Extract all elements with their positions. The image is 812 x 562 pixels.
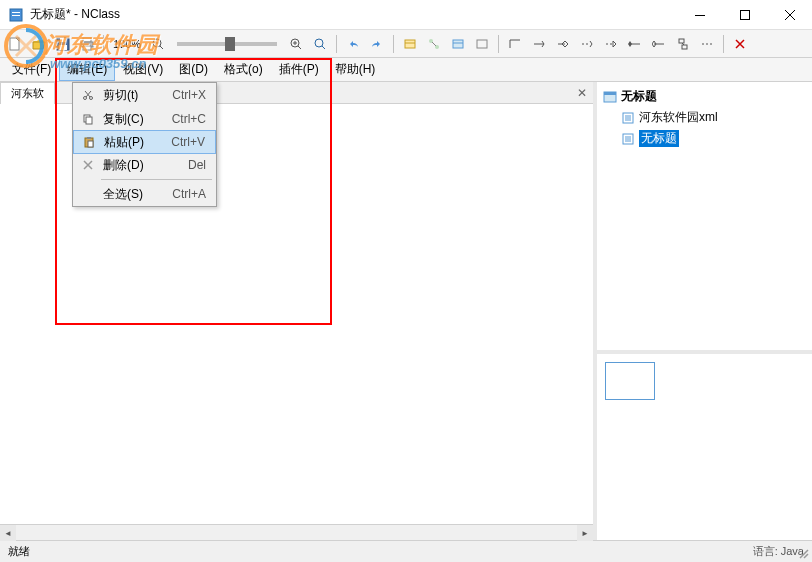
menu-delete-shortcut: Del — [188, 158, 212, 172]
redo-button[interactable] — [366, 33, 388, 55]
tree-item-label: 河东软件园xml — [639, 109, 718, 126]
menu-select-all[interactable]: 全选(S) Ctrl+A — [73, 182, 216, 206]
menu-cut-label: 剪切(t) — [99, 87, 172, 104]
minimize-button[interactable] — [677, 0, 722, 30]
tree-item[interactable]: 河东软件园xml — [619, 107, 808, 128]
menu-format[interactable]: 格式(o) — [216, 58, 271, 81]
tree-root[interactable]: 无标题 — [601, 86, 808, 107]
zoom-in-button[interactable] — [285, 33, 307, 55]
connector-button-6[interactable] — [624, 33, 646, 55]
menu-copy-label: 复制(C) — [99, 111, 172, 128]
status-text: 就绪 — [8, 544, 753, 559]
window-controls — [677, 0, 812, 30]
project-tree-panel: 无标题 河东软件园xml 无标题 — [597, 82, 812, 354]
resize-grip[interactable] — [794, 544, 810, 560]
connector-button-8[interactable] — [672, 33, 694, 55]
menu-select-all-label: 全选(S) — [99, 186, 172, 203]
diagram-icon — [621, 111, 635, 125]
connector-button-2[interactable] — [528, 33, 550, 55]
project-icon — [603, 90, 617, 104]
delete-tool-button[interactable] — [729, 33, 751, 55]
svg-rect-20 — [679, 39, 684, 43]
right-panel: 无标题 河东软件园xml 无标题 — [597, 82, 812, 540]
menu-delete[interactable]: 删除(D) Del — [73, 153, 216, 177]
watermark-url: www.pc0359.cn — [50, 56, 146, 71]
svg-rect-4 — [740, 11, 749, 20]
scroll-right-button[interactable]: ► — [577, 525, 593, 541]
connector-button-7[interactable] — [648, 33, 670, 55]
scroll-left-button[interactable]: ◄ — [0, 525, 16, 541]
menu-cut-shortcut: Ctrl+X — [172, 88, 212, 102]
toolbar-separator — [336, 35, 337, 53]
svg-rect-23 — [604, 92, 616, 95]
menu-paste-shortcut: Ctrl+V — [171, 135, 211, 149]
toolbar-separator — [723, 35, 724, 53]
scroll-track[interactable] — [16, 525, 577, 540]
svg-rect-31 — [87, 137, 91, 139]
menu-select-all-shortcut: Ctrl+A — [172, 187, 212, 201]
copy-icon — [77, 113, 99, 125]
edit-context-menu: 剪切(t) Ctrl+X 复制(C) Ctrl+C 粘贴(P) Ctrl+V 删… — [72, 82, 217, 207]
svg-rect-1 — [12, 12, 20, 13]
menu-help[interactable]: 帮助(H) — [327, 58, 384, 81]
svg-rect-32 — [88, 141, 93, 147]
note-tool-button[interactable] — [696, 33, 718, 55]
titlebar: 无标题* - NClass — [0, 0, 812, 30]
maximize-button[interactable] — [722, 0, 767, 30]
toolbar-separator — [393, 35, 394, 53]
undo-button[interactable] — [342, 33, 364, 55]
connector-button-4[interactable] — [576, 33, 598, 55]
class-tool-button[interactable] — [399, 33, 421, 55]
app-icon — [8, 7, 24, 23]
window-title: 无标题* - NClass — [30, 6, 120, 23]
menu-paste-label: 粘贴(P) — [100, 134, 171, 151]
connector-button-5[interactable] — [600, 33, 622, 55]
toolbar-separator — [498, 35, 499, 53]
watermark-logo — [2, 22, 50, 70]
menu-diagram[interactable]: 图(D) — [171, 58, 216, 81]
svg-rect-29 — [86, 117, 92, 124]
svg-point-14 — [315, 39, 323, 47]
relation-tool-button[interactable] — [423, 33, 445, 55]
tree-root-label: 无标题 — [621, 88, 657, 105]
svg-rect-3 — [695, 15, 705, 16]
tab-label: 河东软 — [11, 86, 44, 101]
menu-copy-shortcut: Ctrl+C — [172, 112, 212, 126]
connector-button-3[interactable] — [552, 33, 574, 55]
tree-item[interactable]: 无标题 — [619, 128, 808, 149]
delete-icon — [77, 159, 99, 171]
cut-icon — [77, 89, 99, 101]
diagram-icon — [621, 132, 635, 146]
connector-button-1[interactable] — [504, 33, 526, 55]
svg-rect-2 — [12, 15, 20, 16]
menu-delete-label: 删除(D) — [99, 157, 188, 174]
zoom-slider[interactable] — [177, 42, 277, 46]
svg-rect-21 — [682, 45, 687, 49]
paste-icon — [78, 136, 100, 148]
menu-copy[interactable]: 复制(C) Ctrl+C — [73, 107, 216, 131]
interface-tool-button[interactable] — [447, 33, 469, 55]
preview-panel — [597, 354, 812, 540]
tab-close-button[interactable]: ✕ — [575, 86, 589, 100]
zoom-fit-button[interactable] — [309, 33, 331, 55]
svg-rect-18 — [453, 40, 463, 48]
preview-thumbnail[interactable] — [605, 362, 655, 400]
document-tab[interactable]: 河东软 — [0, 82, 55, 104]
menu-cut[interactable]: 剪切(t) Ctrl+X — [73, 83, 216, 107]
tree-item-label: 无标题 — [639, 130, 679, 147]
svg-rect-15 — [405, 40, 415, 48]
menu-plugin[interactable]: 插件(P) — [271, 58, 327, 81]
svg-rect-19 — [477, 40, 487, 48]
horizontal-scrollbar[interactable]: ◄ ► — [0, 524, 593, 540]
menu-separator — [101, 179, 212, 180]
statusbar: 就绪 语言: Java — [0, 540, 812, 562]
box-tool-button[interactable] — [471, 33, 493, 55]
close-button[interactable] — [767, 0, 812, 30]
menu-paste[interactable]: 粘贴(P) Ctrl+V — [73, 130, 216, 154]
